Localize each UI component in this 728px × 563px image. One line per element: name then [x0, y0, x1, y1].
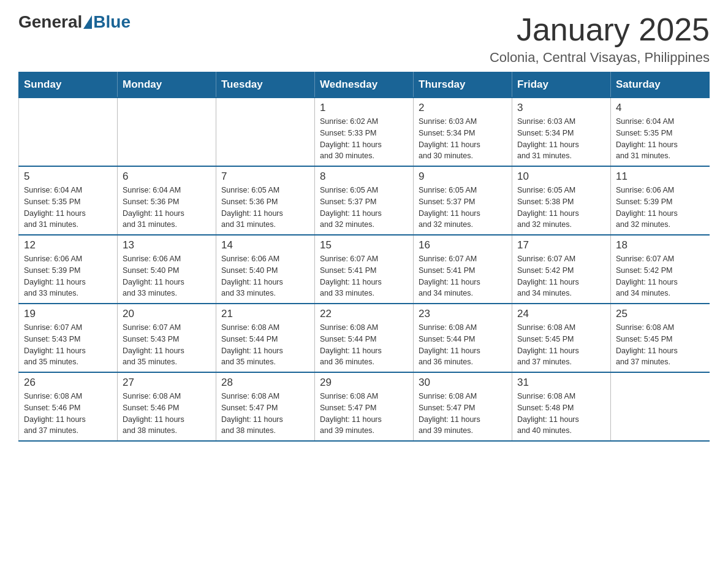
- day-number: 26: [24, 377, 112, 389]
- day-number: 27: [123, 377, 211, 389]
- day-number: 16: [419, 239, 507, 251]
- subtitle: Colonia, Central Visayas, Philippines: [490, 50, 710, 66]
- day-info: Sunrise: 6:07 AMSunset: 5:41 PMDaylight:…: [419, 253, 507, 299]
- day-number: 5: [24, 170, 112, 183]
- day-number: 8: [320, 170, 408, 183]
- day-info: Sunrise: 6:06 AMSunset: 5:39 PMDaylight:…: [24, 253, 112, 299]
- day-number: 17: [517, 239, 605, 251]
- day-info: Sunrise: 6:07 AMSunset: 5:43 PMDaylight:…: [24, 322, 112, 368]
- day-number: 28: [221, 377, 309, 389]
- day-info: Sunrise: 6:07 AMSunset: 5:42 PMDaylight:…: [616, 253, 705, 299]
- day-info: Sunrise: 6:08 AMSunset: 5:44 PMDaylight:…: [419, 322, 507, 368]
- calendar-week-row: 26Sunrise: 6:08 AMSunset: 5:46 PMDayligh…: [19, 372, 710, 441]
- calendar-day-22: 22Sunrise: 6:08 AMSunset: 5:44 PMDayligh…: [315, 304, 414, 372]
- calendar-day-31: 31Sunrise: 6:08 AMSunset: 5:48 PMDayligh…: [512, 372, 611, 441]
- day-number: 31: [517, 377, 605, 389]
- day-info: Sunrise: 6:05 AMSunset: 5:36 PMDaylight:…: [221, 185, 309, 231]
- header-tuesday: Tuesday: [216, 72, 315, 98]
- day-number: 7: [221, 170, 309, 183]
- calendar-day-28: 28Sunrise: 6:08 AMSunset: 5:47 PMDayligh…: [216, 372, 315, 441]
- day-number: 3: [517, 102, 605, 114]
- day-info: Sunrise: 6:06 AMSunset: 5:40 PMDaylight:…: [221, 253, 309, 299]
- main-title: January 2025: [490, 12, 710, 47]
- calendar-day-16: 16Sunrise: 6:07 AMSunset: 5:41 PMDayligh…: [414, 235, 512, 304]
- day-info: Sunrise: 6:04 AMSunset: 5:35 PMDaylight:…: [616, 116, 705, 162]
- day-number: 30: [419, 377, 507, 389]
- day-info: Sunrise: 6:08 AMSunset: 5:46 PMDaylight:…: [123, 391, 211, 437]
- day-info: Sunrise: 6:08 AMSunset: 5:47 PMDaylight:…: [221, 391, 309, 437]
- day-number: 21: [221, 308, 309, 320]
- day-info: Sunrise: 6:05 AMSunset: 5:38 PMDaylight:…: [517, 185, 605, 231]
- day-number: 20: [123, 308, 211, 320]
- day-number: 6: [123, 170, 211, 183]
- day-info: Sunrise: 6:07 AMSunset: 5:41 PMDaylight:…: [320, 253, 408, 299]
- day-info: Sunrise: 6:04 AMSunset: 5:36 PMDaylight:…: [123, 185, 211, 231]
- day-info: Sunrise: 6:08 AMSunset: 5:44 PMDaylight:…: [221, 322, 309, 368]
- day-info: Sunrise: 6:08 AMSunset: 5:44 PMDaylight:…: [320, 322, 408, 368]
- calendar-day-17: 17Sunrise: 6:07 AMSunset: 5:42 PMDayligh…: [512, 235, 611, 304]
- day-info: Sunrise: 6:08 AMSunset: 5:47 PMDaylight:…: [320, 391, 408, 437]
- day-number: 25: [616, 308, 705, 320]
- day-number: 19: [24, 308, 112, 320]
- day-number: 10: [517, 170, 605, 183]
- day-info: Sunrise: 6:07 AMSunset: 5:43 PMDaylight:…: [123, 322, 211, 368]
- title-section: January 2025 Colonia, Central Visayas, P…: [490, 12, 710, 66]
- calendar-day-4: 4Sunrise: 6:04 AMSunset: 5:35 PMDaylight…: [611, 98, 710, 166]
- calendar-day-8: 8Sunrise: 6:05 AMSunset: 5:37 PMDaylight…: [315, 166, 414, 235]
- day-info: Sunrise: 6:03 AMSunset: 5:34 PMDaylight:…: [419, 116, 507, 162]
- calendar-day-2: 2Sunrise: 6:03 AMSunset: 5:34 PMDaylight…: [414, 98, 512, 166]
- header-wednesday: Wednesday: [315, 72, 414, 98]
- day-info: Sunrise: 6:02 AMSunset: 5:33 PMDaylight:…: [320, 116, 408, 162]
- calendar-day-20: 20Sunrise: 6:07 AMSunset: 5:43 PMDayligh…: [118, 304, 216, 372]
- calendar-day-24: 24Sunrise: 6:08 AMSunset: 5:45 PMDayligh…: [512, 304, 611, 372]
- day-number: 11: [616, 170, 705, 183]
- day-info: Sunrise: 6:08 AMSunset: 5:46 PMDaylight:…: [24, 391, 112, 437]
- day-number: 12: [24, 239, 112, 251]
- day-info: Sunrise: 6:07 AMSunset: 5:42 PMDaylight:…: [517, 253, 605, 299]
- calendar-day-10: 10Sunrise: 6:05 AMSunset: 5:38 PMDayligh…: [512, 166, 611, 235]
- logo-general: General: [18, 12, 82, 32]
- calendar-day-30: 30Sunrise: 6:08 AMSunset: 5:47 PMDayligh…: [414, 372, 512, 441]
- day-info: Sunrise: 6:08 AMSunset: 5:48 PMDaylight:…: [517, 391, 605, 437]
- calendar-week-row: 19Sunrise: 6:07 AMSunset: 5:43 PMDayligh…: [19, 304, 710, 372]
- logo-triangle-icon: [83, 15, 92, 29]
- header-sunday: Sunday: [19, 72, 118, 98]
- calendar-empty-cell: [118, 98, 216, 166]
- calendar-day-15: 15Sunrise: 6:07 AMSunset: 5:41 PMDayligh…: [315, 235, 414, 304]
- calendar-week-row: 12Sunrise: 6:06 AMSunset: 5:39 PMDayligh…: [19, 235, 710, 304]
- calendar-day-1: 1Sunrise: 6:02 AMSunset: 5:33 PMDaylight…: [315, 98, 414, 166]
- day-info: Sunrise: 6:06 AMSunset: 5:39 PMDaylight:…: [616, 185, 705, 231]
- header-friday: Friday: [512, 72, 611, 98]
- calendar-empty-cell: [19, 98, 118, 166]
- calendar-empty-cell: [216, 98, 315, 166]
- day-number: 13: [123, 239, 211, 251]
- day-info: Sunrise: 6:05 AMSunset: 5:37 PMDaylight:…: [320, 185, 408, 231]
- day-number: 2: [419, 102, 507, 114]
- calendar-day-11: 11Sunrise: 6:06 AMSunset: 5:39 PMDayligh…: [611, 166, 710, 235]
- page-header: General Blue January 2025 Colonia, Centr…: [18, 12, 710, 66]
- logo-blue: Blue: [93, 12, 131, 32]
- day-info: Sunrise: 6:05 AMSunset: 5:37 PMDaylight:…: [419, 185, 507, 231]
- day-info: Sunrise: 6:08 AMSunset: 5:45 PMDaylight:…: [517, 322, 605, 368]
- header-thursday: Thursday: [414, 72, 512, 98]
- calendar-empty-cell: [611, 372, 710, 441]
- calendar-day-5: 5Sunrise: 6:04 AMSunset: 5:35 PMDaylight…: [19, 166, 118, 235]
- day-number: 18: [616, 239, 705, 251]
- calendar-day-21: 21Sunrise: 6:08 AMSunset: 5:44 PMDayligh…: [216, 304, 315, 372]
- day-number: 22: [320, 308, 408, 320]
- calendar-day-9: 9Sunrise: 6:05 AMSunset: 5:37 PMDaylight…: [414, 166, 512, 235]
- logo: General Blue: [18, 12, 131, 32]
- calendar-header-row: SundayMondayTuesdayWednesdayThursdayFrid…: [19, 72, 710, 98]
- day-number: 24: [517, 308, 605, 320]
- day-number: 14: [221, 239, 309, 251]
- header-saturday: Saturday: [611, 72, 710, 98]
- calendar-week-row: 1Sunrise: 6:02 AMSunset: 5:33 PMDaylight…: [19, 98, 710, 166]
- calendar-table: SundayMondayTuesdayWednesdayThursdayFrid…: [18, 72, 710, 442]
- day-number: 1: [320, 102, 408, 114]
- day-info: Sunrise: 6:06 AMSunset: 5:40 PMDaylight:…: [123, 253, 211, 299]
- day-number: 9: [419, 170, 507, 183]
- day-number: 29: [320, 377, 408, 389]
- calendar-day-6: 6Sunrise: 6:04 AMSunset: 5:36 PMDaylight…: [118, 166, 216, 235]
- day-number: 15: [320, 239, 408, 251]
- calendar-day-23: 23Sunrise: 6:08 AMSunset: 5:44 PMDayligh…: [414, 304, 512, 372]
